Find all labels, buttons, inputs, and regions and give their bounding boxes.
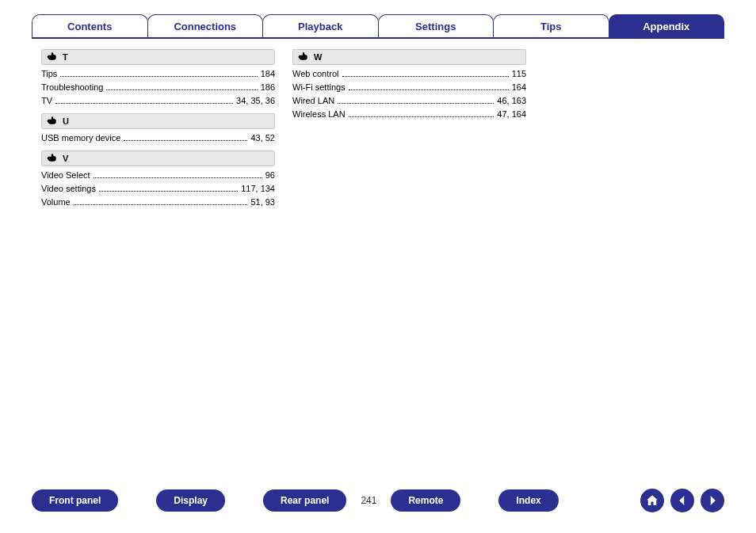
index-entry[interactable]: TV34, 35, 36	[41, 96, 275, 105]
index-term: Volume	[41, 197, 71, 207]
tab-baseline	[32, 37, 724, 39]
index-letter: U	[63, 116, 69, 126]
leader-dots	[55, 97, 233, 104]
index-entry[interactable]: Troubleshooting186	[41, 82, 275, 92]
index-term: Wireless LAN	[292, 109, 346, 119]
index-letter-header: U	[41, 113, 275, 129]
display-button[interactable]: Display	[156, 489, 225, 512]
index-term: Wi-Fi settings	[292, 82, 346, 92]
leader-dots	[60, 70, 257, 77]
index-letter-header: T	[41, 49, 275, 65]
leader-dots	[106, 84, 257, 90]
index-letter: W	[314, 52, 322, 62]
index-term: USB memory device	[41, 133, 120, 143]
home-icon[interactable]	[640, 489, 664, 512]
index-letter-header: V	[41, 150, 275, 166]
index-term: Video Select	[41, 170, 90, 180]
index-column: TTips184Troubleshooting186TV34, 35, 36UU…	[41, 49, 275, 215]
tab-appendix[interactable]: Appendix	[609, 14, 725, 38]
page-number: 241	[361, 495, 376, 506]
index-letter: T	[63, 52, 68, 62]
leader-dots	[124, 135, 247, 141]
remote-button[interactable]: Remote	[391, 489, 460, 512]
index-pages: 117, 134	[241, 184, 275, 193]
index-entry[interactable]: Tips184	[41, 69, 275, 78]
index-pages: 43, 52	[250, 133, 275, 143]
leader-dots	[342, 70, 509, 77]
index-term: Troubleshooting	[41, 82, 103, 92]
hand-icon	[47, 51, 58, 63]
index-entry[interactable]: Wired LAN46, 163	[292, 96, 526, 105]
index-group-u: UUSB memory device43, 52	[41, 113, 275, 143]
leader-dots	[74, 199, 248, 205]
nav-icons	[640, 489, 724, 512]
leader-dots	[349, 84, 509, 90]
index-pages: 115	[512, 69, 526, 78]
tab-tips[interactable]: Tips	[493, 14, 609, 38]
hand-icon	[298, 51, 309, 63]
rear-panel-button[interactable]: Rear panel	[263, 489, 346, 512]
tab-playback[interactable]: Playback	[262, 14, 379, 38]
index-pages: 47, 164	[497, 109, 526, 119]
index-pages: 96	[265, 170, 275, 180]
index-group-t: TTips184Troubleshooting186TV34, 35, 36	[41, 49, 275, 105]
next-page-icon[interactable]	[701, 489, 724, 512]
leader-dots	[99, 185, 238, 192]
index-pages: 34, 35, 36	[236, 96, 275, 105]
index-entry[interactable]: USB memory device43, 52	[41, 133, 275, 143]
index-term: TV	[41, 96, 52, 105]
index-letter: V	[63, 154, 68, 163]
front-panel-button[interactable]: Front panel	[32, 489, 118, 512]
index-column: WWeb control115Wi-Fi settings164Wired LA…	[292, 49, 526, 215]
bottom-buttons-left: Front panelDisplayRear panel	[32, 489, 346, 512]
index-pages: 164	[512, 82, 526, 92]
index-term: Web control	[292, 69, 339, 78]
index-term: Video settings	[41, 184, 96, 193]
index-entry[interactable]: Video settings117, 134	[41, 184, 275, 193]
bottom-bar: Front panelDisplayRear panel 241 RemoteI…	[32, 487, 724, 514]
tab-connections[interactable]: Connections	[147, 14, 264, 38]
index-pages: 51, 93	[250, 197, 275, 207]
leader-dots	[338, 97, 494, 104]
index-entry[interactable]: Wireless LAN47, 164	[292, 109, 526, 119]
index-term: Wired LAN	[292, 96, 334, 105]
index-term: Tips	[41, 69, 57, 78]
index-entry[interactable]: Wi-Fi settings164	[292, 82, 526, 92]
index-pages: 46, 163	[497, 96, 526, 105]
index-pages: 184	[261, 69, 275, 78]
index-entry[interactable]: Web control115	[292, 69, 526, 78]
index-group-v: VVideo Select96Video settings117, 134Vol…	[41, 150, 275, 207]
index-content: TTips184Troubleshooting186TV34, 35, 36UU…	[41, 49, 533, 215]
leader-dots	[349, 111, 494, 117]
hand-icon	[47, 153, 58, 164]
index-button[interactable]: Index	[498, 489, 558, 512]
index-letter-header: W	[292, 49, 526, 65]
index-group-w: WWeb control115Wi-Fi settings164Wired LA…	[292, 49, 526, 119]
tab-contents[interactable]: Contents	[32, 14, 148, 38]
index-entry[interactable]: Volume51, 93	[41, 197, 275, 207]
index-entry[interactable]: Video Select96	[41, 170, 275, 180]
hand-icon	[47, 116, 58, 127]
tab-settings[interactable]: Settings	[378, 14, 494, 38]
leader-dots	[94, 172, 262, 178]
index-pages: 186	[261, 82, 275, 92]
prev-page-icon[interactable]	[670, 489, 694, 512]
bottom-buttons-right: RemoteIndex	[391, 489, 558, 512]
